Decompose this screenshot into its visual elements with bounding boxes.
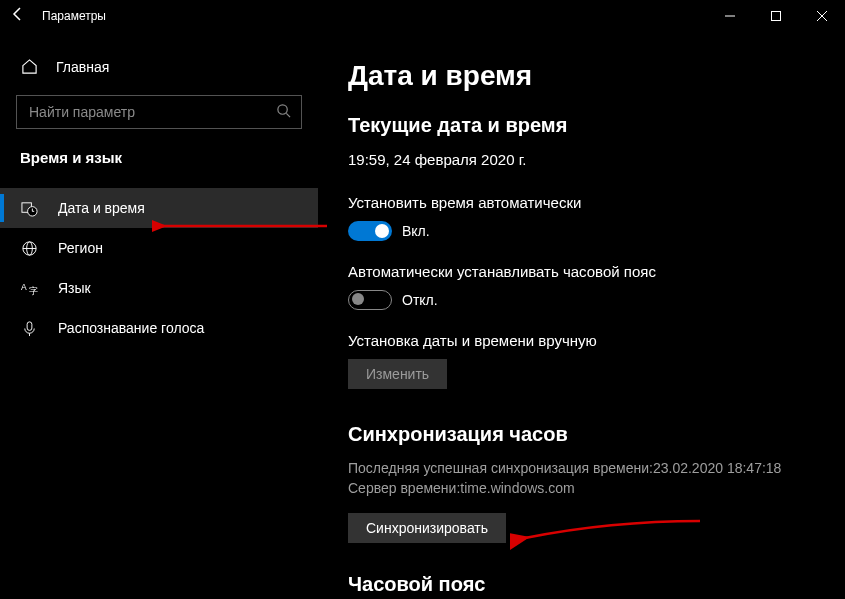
sidebar: Главная Время и язык Дата и время Регион… [0, 32, 318, 599]
home-label: Главная [56, 59, 109, 75]
svg-point-4 [278, 105, 287, 114]
sidebar-item-datetime[interactable]: Дата и время [0, 188, 318, 228]
home-icon [20, 58, 38, 75]
svg-text:A: A [21, 282, 27, 292]
svg-line-5 [286, 113, 290, 117]
svg-rect-15 [27, 321, 32, 330]
clock-calendar-icon [20, 200, 38, 217]
home-link[interactable]: Главная [0, 50, 318, 83]
close-button[interactable] [799, 0, 845, 32]
titlebar-left: Параметры [10, 6, 106, 26]
sidebar-item-language[interactable]: A字 Язык [0, 268, 318, 308]
window-title: Параметры [42, 9, 106, 23]
language-icon: A字 [20, 280, 38, 297]
current-datetime-value: 19:59, 24 февраля 2020 г. [348, 151, 825, 168]
search-input[interactable] [27, 103, 276, 121]
sidebar-item-label: Дата и время [58, 200, 145, 216]
timezone-heading: Часовой пояс [348, 573, 825, 596]
manual-datetime-label: Установка даты и времени вручную [348, 332, 825, 349]
sidebar-item-speech[interactable]: Распознавание голоса [0, 308, 318, 348]
auto-timezone-state: Откл. [402, 292, 438, 308]
auto-time-toggle[interactable] [348, 221, 392, 241]
minimize-button[interactable] [707, 0, 753, 32]
search-icon [276, 103, 291, 121]
search-box[interactable] [16, 95, 302, 129]
sidebar-item-label: Распознавание голоса [58, 320, 204, 336]
sync-button[interactable]: Синхронизировать [348, 513, 506, 543]
sync-server: Сервер времени:time.windows.com [348, 478, 825, 498]
sidebar-item-region[interactable]: Регион [0, 228, 318, 268]
sidebar-item-label: Регион [58, 240, 103, 256]
svg-rect-1 [772, 12, 781, 21]
auto-timezone-toggle[interactable] [348, 290, 392, 310]
window-controls [707, 0, 845, 32]
auto-time-state: Вкл. [402, 223, 430, 239]
auto-timezone-label: Автоматически устанавливать часовой пояс [348, 263, 825, 280]
main-panel: Дата и время Текущие дата и время 19:59,… [318, 32, 845, 599]
sync-info: Последняя успешная синхронизация времени… [348, 458, 825, 499]
maximize-button[interactable] [753, 0, 799, 32]
sync-heading: Синхронизация часов [348, 423, 825, 446]
current-datetime-heading: Текущие дата и время [348, 114, 825, 137]
titlebar: Параметры [0, 0, 845, 32]
auto-time-label: Установить время автоматически [348, 194, 825, 211]
sync-last: Последняя успешная синхронизация времени… [348, 458, 825, 478]
page-title: Дата и время [348, 60, 825, 92]
category-header: Время и язык [0, 149, 318, 166]
svg-text:字: 字 [28, 286, 37, 296]
globe-icon [20, 240, 38, 257]
change-button: Изменить [348, 359, 447, 389]
microphone-icon [20, 320, 38, 337]
sidebar-item-label: Язык [58, 280, 91, 296]
back-arrow-icon[interactable] [10, 6, 26, 26]
